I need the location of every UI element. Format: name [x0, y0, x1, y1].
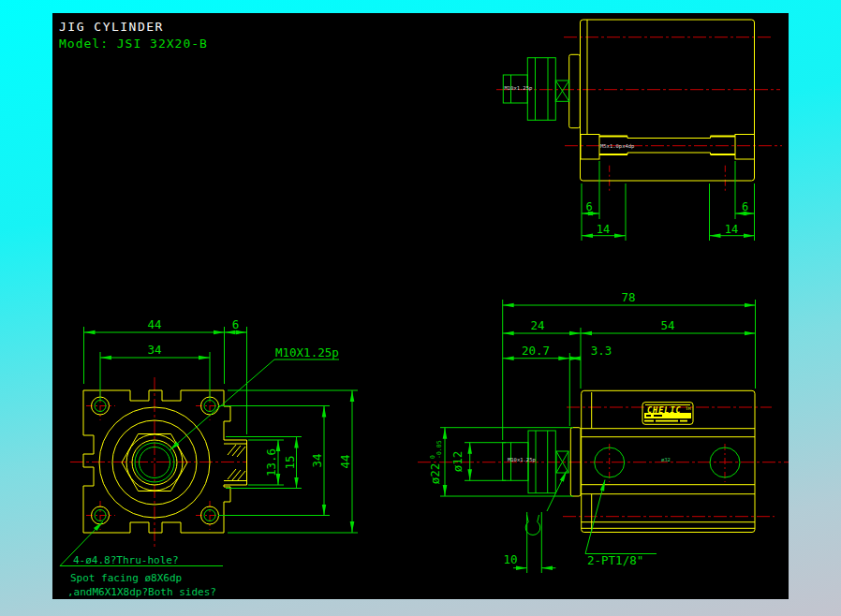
dim-24: 24 [530, 318, 544, 332]
wrench-symbol [525, 471, 567, 535]
dim-slot-13-6: 13.6 [264, 448, 278, 477]
bore-label: ø32 [661, 457, 671, 462]
dim-54: 54 [660, 318, 674, 332]
dim-rod-flat-10: 10 [503, 552, 517, 566]
note-line-1: 4-ø4.8?Thru-hole? [73, 554, 179, 566]
port-label: 2-PT1/8" [587, 553, 643, 567]
dim-dia22-tol-lower: -0.05 [435, 440, 443, 459]
dim-right-14: 14 [725, 223, 738, 236]
note-line-2: Spot facing ø8X6dp [70, 572, 182, 584]
dim-left-6: 6 [585, 200, 592, 213]
cap-plate [569, 54, 581, 127]
dim-height-44: 44 [338, 454, 352, 468]
top-view-dimensions: 6 14 6 14 [582, 161, 755, 241]
side-view: ø32 CHELIC TM M10x1.25p [418, 290, 789, 573]
brand-tm: TM [686, 406, 691, 411]
dim-right-6: 6 [742, 200, 748, 213]
rail-thread-label: M5x1.0px4dp [600, 143, 634, 150]
dim-slot-15: 15 [283, 455, 297, 469]
port-callout: 2-PT1/8" [585, 480, 657, 568]
dim-tab-6: 6 [232, 317, 240, 331]
dim-20-7: 20.7 [522, 344, 550, 358]
note-line-3: ,andM6X1X8dp?Both sides? [67, 586, 216, 598]
drawing-model: Model: JSI 32X20-B [59, 37, 208, 51]
dim-holes-34: 34 [310, 453, 324, 467]
drawing-canvas[interactable]: JIG CYLINDER Model: JSI 32X20-B M5x1 [52, 13, 789, 599]
cylinder-body-outline [581, 20, 755, 181]
dim-dia12: ø12 [450, 451, 465, 473]
dim-width-44: 44 [147, 317, 161, 331]
top-view: M5x1.0px4dp M10x1.25p 6 14 [496, 20, 782, 241]
rod-thread-label-side: M10x1.25p [508, 457, 536, 463]
drawing-title: JIG CYLINDER [59, 20, 164, 34]
front-view: 44 6 34 13.6 15 34 44 M10X1.25p [60, 317, 358, 598]
dim-dia22: ø22 [428, 463, 442, 485]
rod-thread-label-top: M10x1.25p [505, 85, 533, 92]
brand-plate: CHELIC TM [642, 403, 693, 425]
dim-total-78: 78 [621, 290, 635, 304]
dim-3-3: 3.3 [591, 344, 612, 358]
thread-label: M10X1.25p [275, 345, 339, 359]
title-block: JIG CYLINDER Model: JSI 32X20-B [59, 20, 208, 51]
thread-callout: M10X1.25p [170, 345, 339, 451]
cad-drawing: JIG CYLINDER Model: JSI 32X20-B M5x1 [52, 13, 789, 599]
dim-left-14: 14 [597, 223, 610, 236]
dim-bolt-34: 34 [147, 343, 161, 357]
cad-viewer-page: { "title_block": { "title": "JIG CYLINDE… [0, 0, 841, 616]
